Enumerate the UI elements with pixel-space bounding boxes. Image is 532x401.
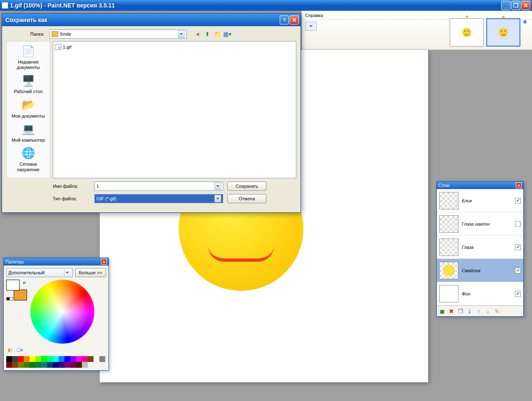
palette-color[interactable] [64, 362, 70, 368]
filetype-combo[interactable]: GIF (*.gif) [94, 194, 223, 203]
chevron-down-icon [178, 30, 185, 38]
folder-label: Папка: [6, 32, 47, 37]
swap-colors-icon[interactable]: ⇄ [23, 280, 26, 285]
palette-color[interactable] [64, 356, 70, 362]
layer-visible-checkbox[interactable] [515, 244, 521, 250]
mydocs-icon: 📂 [21, 98, 35, 112]
nav-newfolder-icon[interactable]: 📁 [213, 30, 222, 38]
layer-duplicate-icon[interactable]: ❐ [457, 308, 464, 315]
place-mycomputer[interactable]: 💻 Мой компьютер [7, 122, 49, 143]
file-item[interactable]: 1.gif [55, 43, 294, 51]
folder-combo[interactable]: Smile [49, 30, 187, 39]
palette-color[interactable] [88, 356, 94, 362]
palette-color[interactable] [12, 362, 18, 368]
places-bar: 📄 Недавние документы 🖥️ Рабочий стол 📂 М… [6, 41, 50, 178]
palette-strip[interactable] [6, 356, 106, 368]
dialog-close-button[interactable]: ✕ [290, 15, 299, 25]
layer-row[interactable]: Блик [437, 189, 523, 212]
layer-delete-icon[interactable]: ✖ [448, 308, 455, 315]
palette-color[interactable] [18, 356, 24, 362]
palette-color[interactable] [70, 362, 76, 368]
layer-up-icon[interactable]: ↑ [475, 308, 483, 315]
thumb-2[interactable]: ✸ [486, 18, 520, 47]
layer-add-icon[interactable]: ◼ [438, 308, 446, 315]
nav-back-icon[interactable]: ◄ [193, 30, 202, 38]
layer-name: Глаза наклон [462, 221, 512, 226]
layers-titlebar[interactable]: Слои ✕ [437, 182, 523, 189]
nav-up-icon[interactable]: ⬆ [203, 30, 212, 38]
palette-color[interactable] [41, 356, 47, 362]
palette-color[interactable] [70, 356, 76, 362]
save-button[interactable]: Сохранить [227, 182, 266, 191]
minimize-button[interactable]: _ [501, 1, 510, 10]
palette-color[interactable] [82, 362, 88, 368]
layers-list: Блик Глаза наклон Глаза Смайлик Фон [437, 189, 523, 305]
palette-more-button[interactable]: Больше >> [75, 268, 106, 277]
palette-color[interactable] [35, 362, 41, 368]
place-network[interactable]: 🌐 Сетевое окружение [7, 146, 49, 172]
palette-color[interactable] [76, 362, 82, 368]
layer-row[interactable]: Смайлик [437, 259, 523, 282]
layer-visible-checkbox[interactable] [515, 291, 521, 297]
palette-color[interactable] [24, 356, 30, 362]
palette-close-icon[interactable]: ✕ [101, 259, 107, 265]
palette-mode-value: Дополнительный [8, 270, 44, 275]
palette-color[interactable] [30, 362, 35, 368]
palette-color[interactable] [30, 356, 35, 362]
place-recent[interactable]: 📄 Недавние документы [7, 44, 49, 70]
palette-color[interactable] [47, 356, 53, 362]
tool-dropdown[interactable] [305, 22, 317, 31]
palette-color[interactable] [53, 356, 59, 362]
default-colors-icon[interactable] [6, 297, 13, 300]
layer-props-icon[interactable]: ✎ [493, 308, 501, 315]
layer-down-icon[interactable]: ↓ [484, 308, 492, 315]
palette-color[interactable] [99, 356, 105, 362]
thumb-1[interactable]: ✸ [450, 18, 484, 47]
file-list[interactable]: 1.gif [53, 41, 296, 178]
close-button[interactable]: ✕ [521, 1, 530, 10]
maximize-button[interactable]: ❐ [511, 1, 520, 10]
palette-color[interactable] [53, 362, 59, 368]
palette-color[interactable] [12, 356, 18, 362]
primary-color-swatch[interactable] [6, 280, 20, 290]
palette-color[interactable] [35, 356, 41, 362]
secondary-color-swatch[interactable] [14, 290, 27, 300]
palette-manage-icon[interactable]: ❏▾ [16, 346, 24, 354]
place-desktop[interactable]: 🖥️ Рабочий стол [7, 74, 49, 94]
layer-visible-checkbox[interactable] [515, 198, 521, 204]
chevron-down-icon [214, 182, 221, 190]
layer-row[interactable]: Фон [437, 282, 523, 305]
palette-color[interactable] [6, 356, 12, 362]
palette-color[interactable] [18, 362, 24, 368]
dialog-titlebar[interactable]: Сохранить как ? ✕ [2, 14, 300, 26]
palette-color[interactable] [59, 356, 64, 362]
palette-mode-combo[interactable]: Дополнительный [6, 268, 73, 277]
menu-help[interactable]: Справка [305, 13, 323, 18]
layer-visible-checkbox[interactable] [515, 268, 521, 273]
palette-add-icon[interactable]: ◧ [6, 346, 14, 354]
color-swatches[interactable]: ⇄ [6, 280, 27, 300]
palette-color[interactable] [47, 362, 53, 368]
palette-color[interactable] [59, 362, 64, 368]
color-wheel[interactable] [30, 280, 94, 344]
palette-color[interactable] [6, 362, 12, 368]
dialog-help-button[interactable]: ? [280, 15, 289, 25]
filename-input[interactable]: 1 [94, 182, 223, 191]
modified-star-icon: ✸ [465, 15, 468, 19]
layer-row[interactable]: Глаза наклон [437, 212, 523, 236]
layer-row[interactable]: Глаза [437, 236, 523, 259]
layer-name: Смайлик [462, 268, 512, 273]
palette-color[interactable] [24, 362, 30, 368]
palette-color[interactable] [76, 356, 82, 362]
layer-visible-checkbox[interactable] [515, 221, 521, 227]
layer-merge-icon[interactable]: ⤓ [466, 308, 473, 315]
nav-view-icon[interactable]: ▦▾ [223, 30, 232, 38]
cancel-button[interactable]: Отмена [227, 194, 266, 203]
palette-color[interactable] [41, 362, 47, 368]
palette-titlebar[interactable]: Палитра ✕ [4, 258, 108, 266]
thumb-scroll-icon[interactable] [523, 20, 527, 24]
place-mydocs[interactable]: 📂 Мои документы [7, 98, 49, 119]
palette-color[interactable] [82, 356, 88, 362]
layers-close-icon[interactable]: ✕ [516, 182, 522, 188]
palette-color[interactable] [94, 356, 99, 362]
